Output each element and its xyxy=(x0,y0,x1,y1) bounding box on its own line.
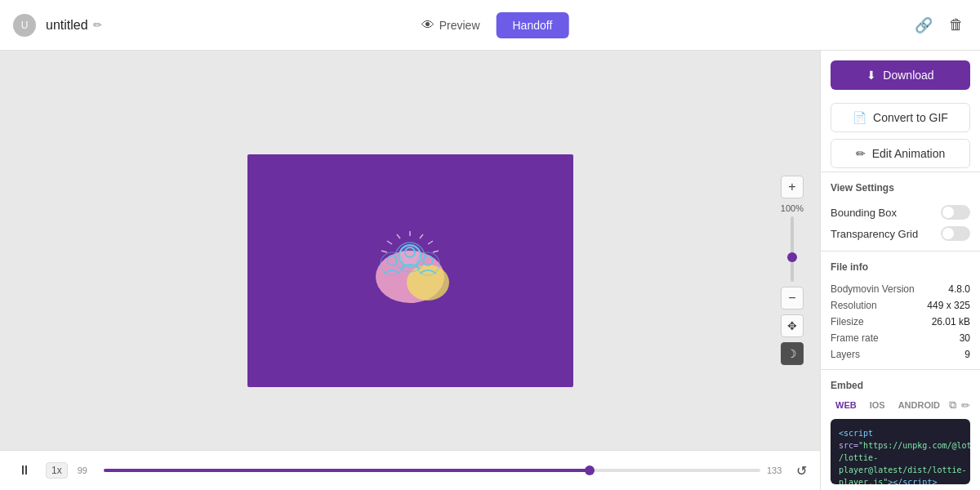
zoom-in-button[interactable]: + xyxy=(781,176,804,198)
eye-icon: 👁 xyxy=(421,18,434,33)
animation-preview xyxy=(247,154,573,387)
download-label: Download xyxy=(883,69,933,82)
transparency-grid-row: Transparency Grid xyxy=(831,223,970,244)
avatar: U xyxy=(13,14,36,37)
playback-bar: ⏸ 1x 99 133 ↺ xyxy=(0,450,820,490)
filesize-row: Filesize 26.01 kB xyxy=(831,314,970,330)
zoom-out-button[interactable]: − xyxy=(781,287,804,310)
resolution-row: Resolution 449 x 325 xyxy=(831,297,970,314)
speed-control[interactable]: 1x xyxy=(46,462,68,479)
frame-rate-value: 30 xyxy=(960,332,970,344)
embed-tabs: WEB IOS ANDROID ⧉ ✏ xyxy=(831,398,970,412)
svg-line-2 xyxy=(397,234,400,238)
resolution-label: Resolution xyxy=(831,300,877,311)
progress-fill xyxy=(104,469,590,472)
resolution-value: 449 x 325 xyxy=(927,300,970,311)
main-area: + 100% − ✥ ☽ ⏸ 1x 99 133 ↺ xyxy=(0,51,980,490)
embed-icons: ⧉ ✏ xyxy=(949,399,970,412)
pan-button[interactable]: ✥ xyxy=(781,314,804,337)
embed-code: <script src="https://unpkg.com/@lottiefi… xyxy=(831,419,970,484)
download-button[interactable]: ⬇ Download xyxy=(831,60,970,90)
embed-tab-web[interactable]: WEB xyxy=(831,398,862,412)
theme-toggle-button[interactable]: ☽ xyxy=(781,342,804,365)
svg-line-4 xyxy=(387,241,392,244)
animation-content xyxy=(361,229,459,311)
transparency-grid-knob xyxy=(942,228,954,239)
gif-icon: 📄 xyxy=(853,111,866,124)
play-pause-button[interactable]: ⏸ xyxy=(13,459,36,482)
edit-animation-label: Edit Animation xyxy=(872,147,946,160)
preview-label: Preview xyxy=(439,19,480,32)
svg-line-5 xyxy=(433,251,439,252)
handoff-button[interactable]: Handoff xyxy=(497,12,569,38)
view-settings-section: View Settings Bounding Box Transparency … xyxy=(821,172,980,251)
file-info-title: File info xyxy=(831,261,970,273)
bodymovin-label: Bodymovin Version xyxy=(831,283,915,295)
embed-tab-android[interactable]: ANDROID xyxy=(893,398,945,412)
frame-rate-row: Frame rate 30 xyxy=(831,330,970,346)
bounding-box-toggle[interactable] xyxy=(941,205,970,220)
progress-container: 99 133 xyxy=(78,466,786,475)
frame-start: 99 xyxy=(78,466,97,475)
top-bar: U untitled ✏ 👁 Preview Handoff 🔗 🗑 xyxy=(0,0,980,51)
svg-line-6 xyxy=(381,251,387,252)
zoom-thumb xyxy=(787,252,797,262)
embed-title: Embed xyxy=(831,380,970,391)
progress-thumb xyxy=(585,466,595,475)
bodymovin-value: 4.8.0 xyxy=(948,283,970,295)
edit-icon: ✏ xyxy=(856,147,866,160)
title-area: untitled ✏ xyxy=(46,18,102,33)
embed-tab-ios[interactable]: IOS xyxy=(865,398,890,412)
zoom-track[interactable] xyxy=(791,216,794,282)
layers-label: Layers xyxy=(831,349,860,360)
svg-line-3 xyxy=(428,241,433,244)
code-src-attr: src= xyxy=(839,441,858,450)
center-controls: 👁 Preview Handoff xyxy=(412,12,569,38)
file-title: untitled xyxy=(46,18,88,33)
canvas-area: + 100% − ✥ ☽ ⏸ 1x 99 133 ↺ xyxy=(0,51,820,490)
right-controls: 🔗 🗑 xyxy=(911,13,967,38)
transparency-grid-label: Transparency Grid xyxy=(831,228,918,240)
frame-rate-label: Frame rate xyxy=(831,332,879,344)
frame-end: 133 xyxy=(767,466,786,475)
delete-button[interactable]: 🗑 xyxy=(946,13,967,37)
bounding-box-row: Bounding Box xyxy=(831,202,970,223)
zoom-controls: + 100% − ✥ ☽ xyxy=(781,176,804,365)
zoom-level: 100% xyxy=(781,203,804,213)
edit-animation-button[interactable]: ✏ Edit Animation xyxy=(831,139,970,168)
bounding-box-knob xyxy=(942,207,954,218)
layers-value: 9 xyxy=(964,349,970,360)
bodymovin-row: Bodymovin Version 4.8.0 xyxy=(831,281,970,297)
edit-title-icon[interactable]: ✏ xyxy=(93,19,102,31)
bounding-box-label: Bounding Box xyxy=(831,207,897,219)
share-link-button[interactable]: 🔗 xyxy=(911,13,936,38)
convert-gif-label: Convert to GIF xyxy=(873,111,948,124)
preview-button[interactable]: 👁 Preview xyxy=(412,13,490,38)
transparency-grid-toggle[interactable] xyxy=(941,226,970,241)
script-tag: <script xyxy=(839,429,873,438)
edit-code-button[interactable]: ✏ xyxy=(961,399,970,412)
download-icon: ⬇ xyxy=(866,69,876,82)
loop-button[interactable]: ↺ xyxy=(796,463,807,479)
file-info-section: File info Bodymovin Version 4.8.0 Resolu… xyxy=(821,251,980,369)
filesize-value: 26.01 kB xyxy=(932,316,970,327)
zoom-slider-container: 100% xyxy=(781,203,804,282)
layers-row: Layers 9 xyxy=(831,346,970,363)
progress-track[interactable] xyxy=(104,469,760,472)
copy-code-button[interactable]: ⧉ xyxy=(949,399,956,412)
embed-section: Embed WEB IOS ANDROID ⧉ ✏ <script src="h… xyxy=(821,369,980,490)
svg-line-1 xyxy=(420,234,423,238)
filesize-label: Filesize xyxy=(831,316,864,327)
convert-gif-button[interactable]: 📄 Convert to GIF xyxy=(831,103,970,132)
sidebar: ⬇ Download 📄 Convert to GIF ✏ Edit Anima… xyxy=(820,51,980,490)
view-settings-title: View Settings xyxy=(831,182,970,194)
